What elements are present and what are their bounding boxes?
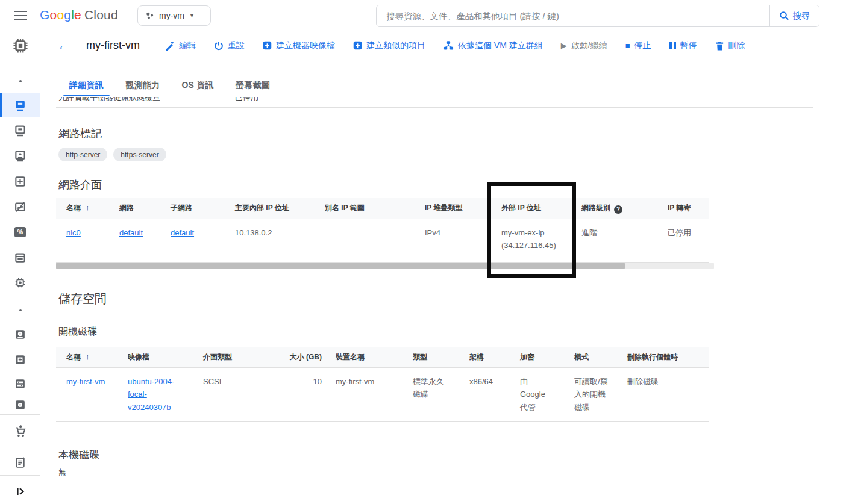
col-header-architecture[interactable]: 架構 [459,347,510,367]
create-group-label: 依據這個 VM 建立群組 [458,40,543,51]
network-tags-title: 網路標記 [58,126,102,141]
health-check-label: 允許負載平衡器健康狀態檢查 [58,97,160,103]
create-machine-image-label: 建立機器映像檔 [276,40,335,51]
tab-os-info[interactable]: OS 資訊 [171,75,225,96]
col-header-primary-ip[interactable]: 主要內部 IP 位址 [225,198,315,218]
search-button[interactable]: 搜尋 [769,5,819,26]
sidebar-item-committed-use-discounts[interactable]: % [0,220,40,244]
project-dots-icon [145,11,154,20]
alias-range-value [315,219,415,234]
edit-button[interactable]: 編輯 [165,40,196,51]
scrollbar-thumb[interactable] [56,263,625,269]
tab-details[interactable]: 詳細資訊 [58,75,114,96]
create-similar-button[interactable]: 建立類似的項目 [353,40,425,51]
trash-icon [715,41,724,51]
sidebar-separator-dot [0,308,40,313]
tab-bar: 詳細資訊 觀測能力 OS 資訊 螢幕截圖 [40,75,852,96]
sidebar-item-marketplace[interactable] [0,419,40,443]
col-header-network[interactable]: 網路 [109,198,160,218]
col-header-interface-type[interactable]: 介面類型 [193,347,265,367]
col-header-name[interactable]: 名稱↑ [56,198,109,218]
edit-label: 編輯 [179,40,196,51]
ip-forwarding-value: 已停用 [657,219,709,246]
search-input[interactable] [377,5,769,26]
compute-engine-product-cell[interactable] [0,31,40,60]
person-card-icon [14,150,27,163]
start-resume-button[interactable]: ▶ 啟動/繼續 [561,40,607,51]
vm-instances-icon [14,99,27,112]
horizontal-scrollbar[interactable] [56,263,714,269]
network-tag-chip: http-server [58,148,107,161]
health-check-value: 已停用 [235,97,258,103]
sidebar-item-images[interactable] [0,194,40,219]
sidebar-item-instance-templates[interactable] [0,119,40,143]
network-table-header: 名稱↑ 網路 子網路 主要內部 IP 位址 別名 IP 範圍 IP 堆疊類型 外… [56,198,709,219]
image-link[interactable]: ubuntu-2004-focal-v20240307b [128,375,185,414]
sidebar-item-snapshots[interactable] [0,347,40,372]
project-selector[interactable]: my-vm ▼ [137,5,211,26]
create-machine-image-button[interactable]: 建立機器映像檔 [263,40,335,51]
tab-screenshot[interactable]: 螢幕截圖 [225,75,281,96]
sidebar-item-machine-images[interactable] [0,169,40,193]
sidebar-item-vm-instances[interactable] [0,93,40,117]
marketplace-cart-icon [14,425,27,438]
sidebar-separator-dot [0,79,40,84]
help-icon[interactable]: ? [614,205,622,214]
col-header-device-name[interactable]: 裝置名稱 [325,347,403,367]
stack-type-value: IPv4 [415,219,491,246]
col-header-on-instance-delete[interactable]: 刪除執行個體時 [617,347,709,367]
back-arrow-icon[interactable]: ← [57,39,70,52]
project-name: my-vm [159,11,184,20]
play-icon: ▶ [561,42,567,49]
sidebar-item-reservations[interactable] [0,245,40,269]
network-interfaces-title: 網路介面 [58,178,102,192]
local-disks-title: 本機磁碟 [58,448,99,462]
col-header-size[interactable]: 大小 (GB) [265,347,325,367]
sort-asc-icon: ↑ [86,203,90,212]
network-tags-chips: http-server https-server [58,148,166,161]
encryption-value: 由 Google 代管 [510,368,564,421]
create-group-from-vm-button[interactable]: 依據這個 VM 建立群組 [443,40,543,51]
nic-link[interactable]: nic0 [66,228,81,237]
sidebar-item-sole-tenant-nodes[interactable] [0,144,40,168]
search-icon [779,11,789,21]
square-plus-icon [353,41,362,50]
reset-button[interactable]: 重設 [214,40,245,51]
col-header-external-ip[interactable]: 外部 IP 位址 [491,198,571,218]
col-header-disk-type[interactable]: 類型 [403,347,459,367]
stop-button[interactable]: ■ 停止 [625,40,651,51]
sidebar-item-async-replication[interactable] [0,396,40,414]
col-header-image[interactable]: 映像檔 [117,347,193,367]
suspend-button[interactable]: 暫停 [669,40,697,51]
col-header-subnet[interactable]: 子網路 [160,198,225,218]
sidebar-item-storage-images[interactable] [0,372,40,396]
tab-observability[interactable]: 觀測能力 [114,75,171,96]
stop-icon: ■ [625,42,630,49]
col-header-ip-forwarding[interactable]: IP 轉寄 [657,198,709,218]
percent-icon: % [14,227,26,237]
boot-disk-link[interactable]: my-first-vm [66,377,105,386]
instance-group-icon [443,40,454,51]
sidebar-item-disks[interactable] [0,322,40,346]
sidebar-item-release-notes[interactable] [0,450,40,474]
sidebar-collapse-button[interactable] [0,479,40,503]
network-link[interactable]: default [119,228,143,237]
col-header-alias-range[interactable]: 別名 IP 範圍 [315,198,415,218]
mode-value: 可讀取/寫入的開機磁碟 [564,368,617,421]
menu-icon[interactable] [13,10,28,22]
network-tag-chip: https-server [113,148,166,161]
col-header-stack-type[interactable]: IP 堆疊類型 [415,198,491,218]
subnet-link[interactable]: default [171,228,194,237]
network-interfaces-table: 名稱↑ 網路 子網路 主要內部 IP 位址 別名 IP 範圍 IP 堆疊類型 外… [56,198,709,263]
clipped-disk-icon [14,399,27,411]
snapshot-icon [14,353,27,366]
col-header-disk-name[interactable]: 名稱↑ [56,347,117,367]
primary-ip-value: 10.138.0.2 [225,219,315,246]
calendar-icon [14,251,27,264]
col-header-mode[interactable]: 模式 [564,347,617,367]
sidebar-item-tpus[interactable] [0,270,40,294]
col-header-encryption[interactable]: 加密 [510,347,564,367]
delete-button[interactable]: 刪除 [715,40,745,51]
col-header-network-tier[interactable]: 網路級別? [571,198,657,219]
boot-disk-title: 開機磁碟 [58,326,97,338]
